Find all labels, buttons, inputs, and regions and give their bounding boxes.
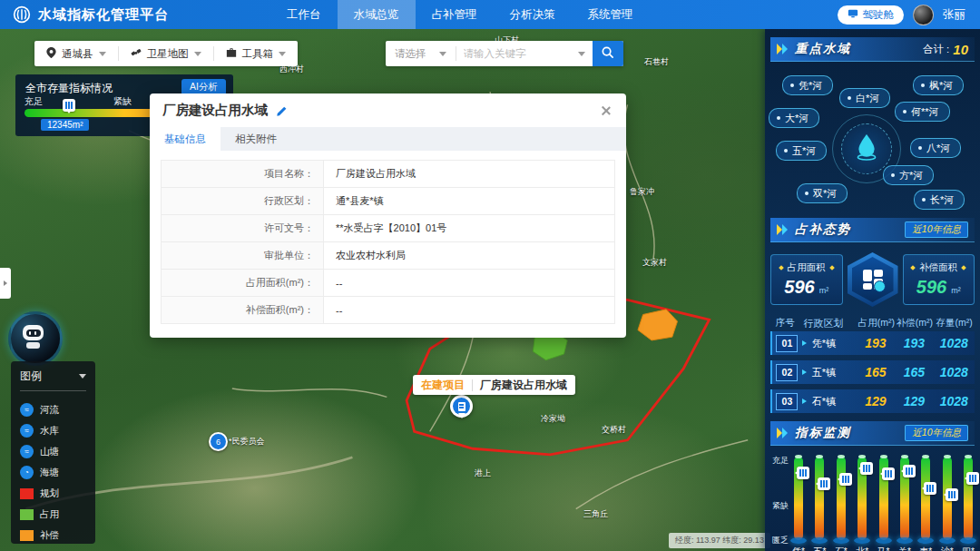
legend-item-seawall[interactable]: ◔ 海塘 <box>20 462 86 483</box>
chevron-down-icon <box>79 374 86 382</box>
chevron-down-icon <box>194 52 201 60</box>
close-icon[interactable] <box>599 103 613 118</box>
gauge-bar: 凭* <box>794 457 803 540</box>
modal-header: 厂房建设占用水域 <box>150 93 626 127</box>
section-header-balance: 占补态势 近10年信息 <box>770 218 975 242</box>
water-drop-icon <box>855 133 878 164</box>
indicator-monitor-chart: 充足 紧缺 匮乏 凭* 五* 石* 北* 马* 关* 麦* 沙* 四* <box>772 455 976 551</box>
field-row-approver: 审批单位：农业农村水利局 <box>161 242 615 270</box>
chevron-down-icon <box>99 52 106 60</box>
search-icon <box>601 45 614 62</box>
section-arrow-icon <box>777 224 789 235</box>
table-row[interactable]: 03 石*镇 129 129 1028 <box>770 389 975 413</box>
project-detail-modal: 厂房建设占用水域 基础信息 相关附件 项目名称：厂房建设占用水域 行政区划：通*… <box>150 93 626 338</box>
occupied-area-value: 596 <box>784 277 814 298</box>
river-pill[interactable]: 长*河 <box>914 190 965 210</box>
project-marker[interactable] <box>450 395 473 418</box>
compensated-area-card: 补偿面积 596m² <box>903 254 975 305</box>
field-row-district: 行政区划：通*县麦*镇 <box>161 188 615 215</box>
divider <box>472 379 473 391</box>
river-pill[interactable]: 枫*河 <box>913 75 964 95</box>
ai-assistant-avatar[interactable] <box>8 311 63 366</box>
river-pill[interactable]: 凭*河 <box>782 75 833 95</box>
row-arrow-icon <box>802 369 809 375</box>
nav-item-system-mgmt[interactable]: 系统管理 <box>572 0 650 29</box>
basemap-dropdown[interactable]: 卫星地图 <box>119 41 213 66</box>
legend-item-reservoir[interactable]: ≈ 水库 <box>20 420 86 441</box>
chevron-down-icon <box>279 52 286 60</box>
river-pill[interactable]: 方*河 <box>883 165 934 185</box>
gauge-bar: 沙* <box>943 457 952 540</box>
scale-label-sufficient: 充足 <box>24 95 43 108</box>
river-pill[interactable]: 八*河 <box>910 138 961 158</box>
legend-item-planning[interactable]: 规划 <box>20 483 86 504</box>
section-header-monitor: 指标监测 近10年信息 <box>770 421 975 446</box>
stock-panel-title: 全市存量指标情况 <box>25 81 113 96</box>
app-window: 水域指标化管理平台 工作台 水域总览 占补管理 分析决策 系统管理 驾驶舱 张丽 <box>0 0 980 551</box>
search-type-select[interactable]: 请选择 <box>386 47 456 61</box>
field-row-comp-area: 补偿面积(m²)：-- <box>161 297 615 324</box>
river-pill[interactable]: 何**河 <box>895 102 950 122</box>
nav-item-balance-mgmt[interactable]: 占补管理 <box>416 0 494 29</box>
village-label: 港上 <box>475 467 491 479</box>
legend-item-pond[interactable]: ≈ 山塘 <box>20 441 86 462</box>
nav-item-analysis[interactable]: 分析决策 <box>494 0 572 29</box>
app-brand: 水域指标化管理平台 <box>0 5 169 24</box>
legend-title: 图例 <box>20 369 42 384</box>
nav-item-workbench[interactable]: 工作台 <box>270 0 338 29</box>
map-legend: 图例 ≈ 河流 ≈ 水库 ≈ 山塘 ◔ 海塘 规划 占用 补偿 <box>11 361 95 544</box>
river-pill[interactable]: 大*河 <box>769 108 819 128</box>
river-pill[interactable]: 五*河 <box>776 141 827 161</box>
user-avatar[interactable] <box>913 5 934 25</box>
toolbox-icon <box>226 48 237 60</box>
table-row[interactable]: 02 五*镇 165 165 1028 <box>770 360 975 384</box>
key-waters-bubbles: 凭*河 白*河 枫*河 大*河 何**河 五*河 八*河 方*河 双*河 长*河 <box>765 66 980 210</box>
edit-pencil-icon[interactable] <box>276 104 289 117</box>
legend-item-river[interactable]: ≈ 河流 <box>20 399 86 420</box>
gauge-bar: 北* <box>858 457 867 540</box>
level-marker <box>946 488 958 501</box>
nav-item-water-overview[interactable]: 水域总览 <box>338 0 416 29</box>
section-header-key-waters: 重点水域 合计 : 10 <box>770 37 975 62</box>
table-header-row: 序号 行政区划 占用(m²) 补偿(m²) 存量(m²) <box>770 315 975 331</box>
level-marker <box>797 467 809 479</box>
gauge-bar: 石* <box>837 457 846 540</box>
table-row[interactable]: 01 凭*镇 193 193 1028 <box>770 331 975 355</box>
ten-year-badge[interactable]: 近10年信息 <box>905 425 968 441</box>
planning-swatch <box>20 488 34 499</box>
search-button[interactable] <box>593 41 623 66</box>
region-dropdown[interactable]: 通城县 <box>34 41 118 66</box>
cockpit-button[interactable]: 驾驶舱 <box>838 5 905 25</box>
compensated-swatch <box>20 530 34 541</box>
gauge-bar: 五* <box>815 457 824 540</box>
village-label: 交桥村 <box>602 424 626 436</box>
gauge-bars: 凭* 五* 石* 北* 马* 关* 麦* 沙* 四* <box>794 457 973 540</box>
level-marker <box>966 472 979 485</box>
pond-icon: ≈ <box>20 445 34 458</box>
chevron-down-icon[interactable] <box>578 52 585 60</box>
legend-item-occupied[interactable]: 占用 <box>20 504 86 525</box>
occupied-swatch <box>20 509 34 520</box>
cluster-marker[interactable]: 6 <box>209 432 228 451</box>
committee-label: *民委员会 <box>229 436 265 448</box>
tab-attachments[interactable]: 相关附件 <box>220 127 291 151</box>
compensated-area-value: 596 <box>916 277 946 298</box>
cockpit-icon <box>848 8 858 21</box>
river-pill[interactable]: 白*河 <box>839 88 890 108</box>
ten-year-badge[interactable]: 近10年信息 <box>905 221 968 238</box>
tab-basic-info[interactable]: 基础信息 <box>150 127 220 151</box>
main-nav: 工作台 水域总览 占补管理 分析决策 系统管理 <box>270 0 650 29</box>
dashboard-sidebar: 重点水域 合计 : 10 凭*河 白*河 枫*河 大*河 何**河 五*河 八*… <box>765 29 980 551</box>
project-marker-icon <box>453 398 470 415</box>
gauge-bar: 关* <box>900 457 909 540</box>
balance-hex-icon <box>846 251 900 308</box>
search-input[interactable] <box>456 48 578 59</box>
project-status-tag: 在建项目 <box>421 378 465 393</box>
river-pill[interactable]: 双*河 <box>797 183 848 203</box>
stock-slider-handle[interactable] <box>63 99 75 112</box>
project-callout[interactable]: 在建项目 厂房建设占用水域 <box>413 375 575 395</box>
panel-collapse-handle[interactable] <box>0 268 11 299</box>
legend-header[interactable]: 图例 <box>20 369 86 384</box>
legend-item-compensated[interactable]: 补偿 <box>20 525 86 546</box>
toolbox-dropdown[interactable]: 工具箱 <box>214 41 299 66</box>
